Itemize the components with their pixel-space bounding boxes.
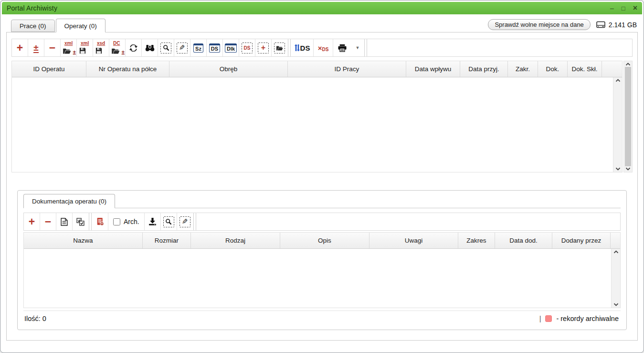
view-document-button[interactable] [56, 213, 72, 230]
ds-window-icon: DS [209, 43, 220, 53]
col-dodany-przez[interactable]: Dodany przez [552, 233, 611, 248]
col-zakres[interactable]: Zakres [458, 233, 495, 248]
selection-edit-button[interactable]: ✎ [174, 39, 190, 56]
operaty-table-body[interactable] [12, 77, 613, 172]
tab-dokumentacja-operatu[interactable]: Dokumentacja operatu (0) [23, 194, 115, 208]
print-button[interactable] [333, 39, 351, 56]
operaty-inner-scrollbar[interactable] [613, 77, 622, 172]
col-dok[interactable]: Dok. [538, 61, 568, 77]
col-rozmiar[interactable]: Rozmiar [143, 233, 191, 248]
tab-operaty[interactable]: Operaty (0) [56, 19, 106, 32]
add-document-button[interactable]: + [24, 213, 40, 230]
col-id-operatu[interactable]: ID Operatu [12, 61, 86, 77]
save-xsd-button[interactable]: xsd [93, 39, 109, 56]
ds-delete-button[interactable]: ×DS [314, 39, 333, 56]
save-xml-button[interactable]: xml [77, 39, 93, 56]
arch-filter: Arch. [108, 213, 144, 230]
col-data-wplywu[interactable]: Data wpływu [406, 61, 460, 77]
scroll-down-icon[interactable] [615, 167, 621, 171]
selection-add-button[interactable]: + [255, 39, 271, 56]
print-options-button[interactable]: ▼ [351, 39, 364, 56]
arch-checkbox[interactable] [113, 218, 120, 225]
scroll-up-icon[interactable] [625, 63, 631, 66]
import-dc-button[interactable]: DC ± [109, 39, 125, 56]
minus-icon: − [49, 43, 55, 53]
selection-search-button[interactable] [161, 213, 177, 230]
checkboxes-icon [76, 218, 84, 226]
operaty-outer-scrollbar[interactable] [623, 61, 633, 172]
dokumentacja-table-body[interactable] [24, 249, 611, 308]
col-nazwa[interactable]: Nazwa [24, 233, 143, 248]
minimize-button[interactable]: – [610, 5, 614, 11]
selection-search-icon [163, 216, 174, 227]
dokumentacja-scrollbar[interactable] [611, 249, 620, 308]
dokumentacja-groupbox: Dokumentacja operatu (0) + − [17, 190, 627, 330]
toolbar-group-separator [193, 213, 196, 230]
plus-minus-icon: ± [33, 43, 38, 53]
scroll-down-icon[interactable] [625, 167, 631, 171]
scroll-up-icon[interactable] [615, 79, 621, 82]
scroll-up-icon[interactable] [613, 250, 619, 254]
tab-prace[interactable]: Prace (0) [11, 20, 55, 32]
top-right-controls: Sprawdź wolne miejsce na dane 2.141 GB [488, 19, 637, 32]
dokumentacja-tabs: Dokumentacja operatu (0) [23, 194, 621, 208]
sz-window-button[interactable]: Sz [190, 39, 206, 56]
check-free-space-button[interactable]: Sprawdź wolne miejsce na dane [488, 19, 590, 30]
selection-add-icon: + [258, 43, 269, 53]
col-filler [611, 233, 620, 248]
col-nr-operatu-na-polce[interactable]: Nr Operatu na półce [86, 61, 169, 77]
selection-ds-icon: DS [242, 43, 253, 53]
add-remove-button[interactable]: ± [28, 39, 44, 56]
toolbar-group-separator [288, 39, 291, 56]
ds-transfer-button[interactable]: DS [291, 39, 313, 56]
selection-edit-button[interactable]: ✎ [177, 213, 193, 230]
maximize-button[interactable]: □ [622, 5, 625, 11]
ds-window-button[interactable]: DS [207, 39, 222, 56]
binoculars-icon [145, 44, 155, 52]
remove-document-button[interactable]: − [40, 213, 56, 230]
arch-checkbox-label: Arch. [124, 218, 139, 225]
operaty-panel: + ± − xml ± xml [6, 32, 638, 341]
col-id-pracy[interactable]: ID Pracy [288, 61, 406, 77]
close-button[interactable]: × [633, 4, 637, 12]
selection-search-button[interactable] [158, 39, 174, 56]
selection-search-icon [160, 43, 171, 53]
col-zakr[interactable]: Zakr. [508, 61, 538, 77]
main-toolbar: + ± − xml ± xml [11, 39, 633, 57]
find-button[interactable] [142, 39, 158, 56]
remove-operat-button[interactable]: − [44, 39, 60, 56]
dokumentacja-toolbar: + − [23, 213, 621, 231]
col-data-dod[interactable]: Data dod. [495, 233, 552, 248]
archive-document-button[interactable] [92, 213, 108, 230]
disk-icon [596, 21, 605, 28]
select-all-documents-button[interactable] [73, 213, 88, 230]
selection-folder-button[interactable] [272, 39, 287, 56]
record-count: Ilość: 0 [24, 315, 46, 322]
add-operat-button[interactable]: + [12, 39, 28, 56]
refresh-button[interactable] [126, 39, 141, 56]
scroll-down-icon[interactable] [613, 303, 619, 306]
archive-legend: | - rekordy archiwalne [539, 315, 619, 322]
scrollbar-track[interactable] [625, 66, 631, 167]
disk-usage: 2.141 GB [596, 21, 637, 29]
window-controls: – □ × [610, 4, 637, 12]
sz-window-icon: Sz [193, 43, 203, 53]
col-uwagi[interactable]: Uwagi [370, 233, 458, 248]
col-rodzaj[interactable]: Rodzaj [191, 233, 280, 248]
ds-transfer-arrows-icon [295, 44, 300, 52]
col-opis[interactable]: Opis [280, 233, 370, 248]
selection-ds-button[interactable]: DS [239, 39, 255, 56]
dlk-window-button[interactable]: Dlk [223, 39, 239, 56]
scrollbar-thumb[interactable] [625, 67, 631, 166]
dropdown-caret-icon: ▼ [356, 45, 360, 50]
dc-folder-icon: DC ± [111, 42, 124, 54]
dokumentacja-table-header: Nazwa Rozmiar Rodzaj Opis Uwagi Zakres D… [24, 233, 620, 249]
download-document-button[interactable] [145, 213, 160, 230]
import-xml-button[interactable]: xml ± [61, 39, 76, 56]
col-dok-skl[interactable]: Dok. Skł. [568, 61, 602, 77]
ds-delete-label: DS [322, 47, 328, 52]
xsd-save-icon: xsd [95, 42, 107, 54]
col-data-przyj[interactable]: Data przyj. [460, 61, 508, 77]
xml-folder-icon: xml ± [62, 42, 75, 54]
col-obreb[interactable]: Obręb [169, 61, 288, 77]
